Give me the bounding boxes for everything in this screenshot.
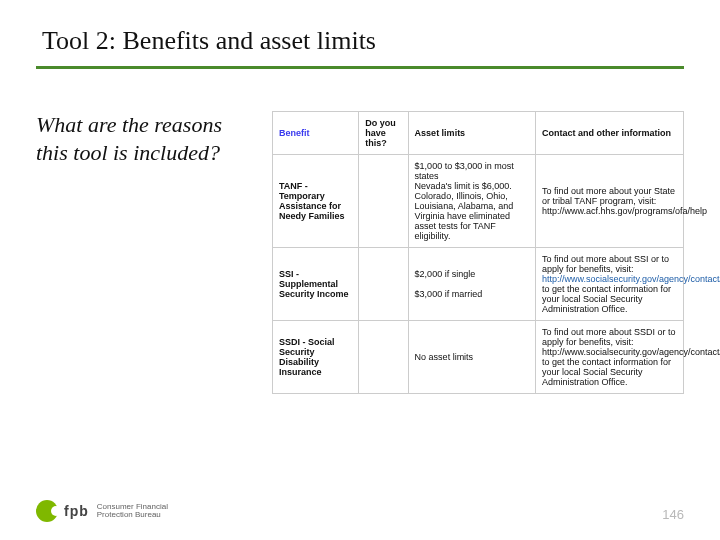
row-asset-cell: $1,000 to $3,000 in most states Nevada's… <box>408 155 535 248</box>
table-row: TANF - Temporary Assistance for Needy Fa… <box>273 155 684 248</box>
table-row: SSI - Supplemental Security Income $2,00… <box>273 248 684 321</box>
benefits-table: Benefit Do you have this? Asset limits C… <box>272 111 684 394</box>
row-contact-cell: To find out more about SSDI or to apply … <box>536 321 684 394</box>
question-text: What are the reasons this tool is includ… <box>36 111 250 394</box>
col-do-you-have: Do you have this? <box>359 112 408 155</box>
row-benefit-label: TANF - Temporary Assistance for Needy Fa… <box>273 155 359 248</box>
slide: Tool 2: Benefits and asset limits What a… <box>0 0 720 540</box>
table-row: SSDI - Social Security Disability Insura… <box>273 321 684 394</box>
table-header-row: Benefit Do you have this? Asset limits C… <box>273 112 684 155</box>
row-do-you-have-cell <box>359 321 408 394</box>
contact-text: to get the contact information for your … <box>542 284 671 314</box>
row-contact-cell: To find out more about your State or tri… <box>536 155 684 248</box>
contact-link[interactable]: http://www.socialsecurity.gov/agency/con… <box>542 274 720 284</box>
cfpb-letters: fpb <box>64 503 89 519</box>
cfpb-logo-icon: fpb <box>36 500 89 522</box>
col-asset-limits: Asset limits <box>408 112 535 155</box>
cfpb-c-mark-icon <box>36 500 58 522</box>
row-contact-cell: To find out more about SSI or to apply f… <box>536 248 684 321</box>
cfpb-logo: fpb Consumer Financial Protection Bureau <box>36 500 168 522</box>
row-do-you-have-cell <box>359 155 408 248</box>
col-contact: Contact and other information <box>536 112 684 155</box>
row-asset-cell: No asset limits <box>408 321 535 394</box>
footer: fpb Consumer Financial Protection Bureau… <box>36 500 684 522</box>
row-benefit-label: SSDI - Social Security Disability Insura… <box>273 321 359 394</box>
contact-text: To find out more about SSI or to apply f… <box>542 254 669 274</box>
benefits-table-wrap: Benefit Do you have this? Asset limits C… <box>272 111 684 394</box>
col-benefit: Benefit <box>273 112 359 155</box>
content-row: What are the reasons this tool is includ… <box>36 111 684 394</box>
row-benefit-label: SSI - Supplemental Security Income <box>273 248 359 321</box>
cfpb-org-name: Consumer Financial Protection Bureau <box>97 503 168 520</box>
row-asset-cell: $2,000 if single $3,000 if married <box>408 248 535 321</box>
org-line: Protection Bureau <box>97 510 161 519</box>
page-number: 146 <box>662 507 684 522</box>
slide-title: Tool 2: Benefits and asset limits <box>36 18 684 69</box>
row-do-you-have-cell <box>359 248 408 321</box>
